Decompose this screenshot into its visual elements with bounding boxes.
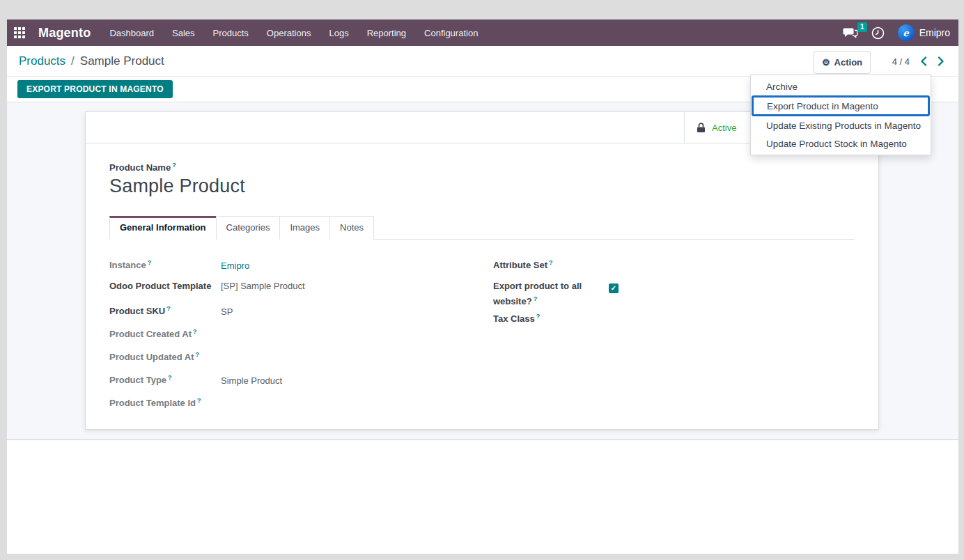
field-row-export-product-to-all-website: Export product to all website??✓ bbox=[493, 279, 855, 308]
field-row-product-template-id: Product Template Id? bbox=[109, 394, 482, 416]
breadcrumb-parent-link[interactable]: Products bbox=[19, 54, 65, 68]
activities-button[interactable] bbox=[871, 26, 885, 40]
notebook-tabs: General InformationCategoriesImagesNotes bbox=[109, 216, 855, 240]
nav-item-products[interactable]: Products bbox=[204, 20, 258, 46]
tab-general-information[interactable]: General Information bbox=[109, 216, 217, 240]
tab-categories[interactable]: Categories bbox=[216, 216, 281, 240]
help-marker-icon: ? bbox=[168, 374, 172, 381]
chevron-left-icon bbox=[920, 56, 927, 66]
chevron-right-icon bbox=[938, 56, 944, 66]
menu-item-update-product-stock-in-magento[interactable]: Update Product Stock in Magento bbox=[751, 134, 931, 153]
tab-images[interactable]: Images bbox=[279, 216, 330, 240]
field-row-attribute-set: Attribute Set? bbox=[493, 256, 855, 278]
navbar-right: 1 e Emipro bbox=[843, 24, 950, 41]
page-title: Sample Product bbox=[109, 176, 855, 197]
user-avatar: e bbox=[898, 24, 915, 41]
field-label: Instance? bbox=[109, 256, 221, 272]
nav-item-reporting[interactable]: Reporting bbox=[358, 20, 415, 46]
field-value-product-type: Simple Product bbox=[221, 374, 282, 387]
form-sheet: Active Product Name? Sample Product Gene… bbox=[85, 111, 879, 430]
gear-icon: ⚙ bbox=[822, 57, 830, 68]
pager-next-button[interactable] bbox=[938, 56, 944, 66]
field-label: Product Template Id? bbox=[109, 394, 221, 410]
field-row-odoo-product-template: Odoo Product Template[SP] Sample Product bbox=[109, 279, 482, 301]
help-marker-icon: ? bbox=[148, 259, 152, 266]
chatter-area bbox=[7, 440, 958, 553]
help-marker-icon: ? bbox=[536, 313, 541, 320]
nav-item-logs[interactable]: Logs bbox=[320, 20, 357, 46]
chat-bubbles-icon bbox=[843, 27, 858, 39]
field-row-product-updated-at: Product Updated At? bbox=[109, 348, 482, 370]
field-row-product-type: Product Type?Simple Product bbox=[109, 371, 482, 393]
export-product-button[interactable]: EXPORT PRODUCT IN MAGENTO bbox=[17, 80, 173, 98]
clock-icon bbox=[871, 26, 885, 40]
field-label: Product Updated At? bbox=[109, 348, 221, 364]
navbar-menu: DashboardSalesProductsOperationsLogsRepo… bbox=[100, 20, 487, 46]
field-row-product-sku: Product SKU?SP bbox=[109, 302, 482, 324]
status-active-label: Active bbox=[712, 123, 736, 133]
field-value-product-sku: SP bbox=[221, 305, 233, 318]
field-label: Export product to all website?? bbox=[493, 279, 609, 308]
field-label: Product Type? bbox=[109, 371, 221, 387]
app-brand[interactable]: Magento bbox=[38, 26, 91, 40]
help-marker-icon: ? bbox=[172, 162, 176, 169]
field-column-left: Instance?EmiproOdoo Product Template[SP]… bbox=[109, 256, 482, 417]
field-row-product-created-at: Product Created At? bbox=[109, 325, 482, 347]
field-label: Product Created At? bbox=[109, 325, 221, 341]
nav-item-operations[interactable]: Operations bbox=[258, 20, 320, 46]
field-label: Odoo Product Template bbox=[109, 279, 221, 293]
pager-value: 4 / 4 bbox=[892, 56, 910, 67]
menu-item-export-product-in-magento[interactable]: Export Product in Magento bbox=[752, 95, 930, 116]
help-marker-icon: ? bbox=[549, 259, 553, 266]
field-label: Tax Class? bbox=[493, 310, 609, 325]
help-marker-icon: ? bbox=[197, 397, 201, 404]
breadcrumb: Products / Sample Product bbox=[19, 54, 164, 68]
help-marker-icon: ? bbox=[196, 351, 200, 358]
lock-icon bbox=[697, 123, 706, 133]
action-dropdown-menu: ArchiveExport Product in MagentoUpdate E… bbox=[750, 75, 931, 155]
field-value-instance[interactable]: Emipro bbox=[221, 259, 249, 272]
field-value-odoo-product-template: [SP] Sample Product bbox=[221, 279, 305, 293]
field-row-instance: Instance?Emipro bbox=[109, 256, 482, 278]
help-marker-icon: ? bbox=[534, 295, 538, 302]
action-menu-toggle[interactable]: ⚙ Action bbox=[814, 51, 871, 74]
field-grid: Instance?EmiproOdoo Product Template[SP]… bbox=[109, 240, 855, 417]
user-name: Emipro bbox=[919, 27, 950, 38]
nav-item-dashboard[interactable]: Dashboard bbox=[100, 20, 163, 46]
sheet-body: Product Name? Sample Product General Inf… bbox=[86, 143, 878, 417]
apps-menu-icon[interactable] bbox=[14, 27, 26, 39]
field-label: Product SKU? bbox=[109, 302, 221, 318]
help-marker-icon: ? bbox=[166, 305, 171, 312]
field-column-right: Attribute Set?Export product to all webs… bbox=[482, 256, 855, 417]
checkbox-export-product-to-all-website[interactable]: ✓ bbox=[609, 283, 619, 293]
tab-notes[interactable]: Notes bbox=[329, 216, 374, 240]
help-marker-icon: ? bbox=[193, 328, 197, 335]
record-pager: 4 / 4 bbox=[892, 46, 944, 77]
user-menu[interactable]: e Emipro bbox=[898, 24, 950, 41]
app-window: Magento DashboardSalesProductsOperations… bbox=[7, 20, 958, 554]
messages-button[interactable]: 1 bbox=[843, 27, 858, 39]
pager-previous-button[interactable] bbox=[920, 56, 927, 66]
action-label: Action bbox=[834, 57, 862, 68]
top-navbar: Magento DashboardSalesProductsOperations… bbox=[7, 20, 958, 46]
menu-item-update-existing-products-in-magento[interactable]: Update Existing Products in Magento bbox=[751, 116, 931, 134]
nav-item-configuration[interactable]: Configuration bbox=[415, 20, 487, 46]
field-label: Attribute Set? bbox=[493, 256, 609, 272]
messages-badge: 1 bbox=[857, 22, 867, 32]
breadcrumb-separator: / bbox=[71, 54, 75, 68]
field-row-tax-class: Tax Class? bbox=[493, 310, 855, 332]
product-name-label: Product Name? bbox=[109, 162, 855, 173]
breadcrumb-current: Sample Product bbox=[80, 54, 164, 68]
menu-item-archive[interactable]: Archive bbox=[751, 77, 931, 95]
nav-item-sales[interactable]: Sales bbox=[163, 20, 204, 46]
